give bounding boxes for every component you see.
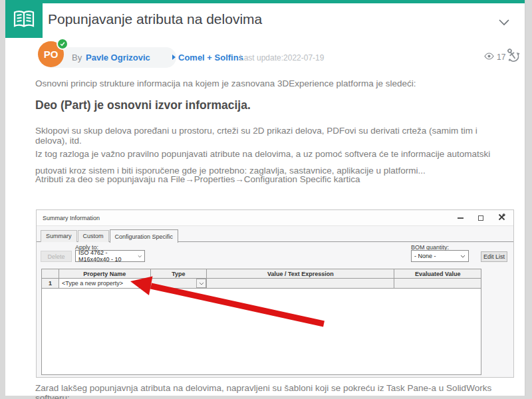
verified-check-icon [57,38,68,50]
avatar-initials: PO [44,49,59,60]
evaluated-value-cell [394,279,481,289]
minimize-icon [458,217,464,219]
column-header-evaluated: Evaluated Value [394,269,481,279]
delete-button: Delete [41,251,72,262]
bom-quantity-value: - None - [414,253,436,259]
knowledge-base-badge [5,3,43,38]
column-header-property-name: Property Name [59,269,151,279]
apply-to-dropdown: ISO 4762 - M16x40x40 - 10 [75,250,145,262]
open-book-icon [13,9,35,32]
edit-list-button: Edit List [481,251,507,262]
organization-link[interactable]: Comel + Solfins [178,53,243,63]
row-number-cell: 1 [42,279,59,289]
dropdown-chevron-icon [460,255,466,258]
last-update: Last update:2022-07-19 [239,53,324,63]
tab-custom: Custom [78,230,109,242]
dialog-tabs: Summary Custom Configuration Specific [41,229,179,242]
by-label: By [72,53,82,63]
close-icon [498,213,505,222]
value-expression-cell [207,279,394,289]
org-marker-icon [172,55,176,60]
column-header-rownum [42,269,59,279]
tab-configuration-specific: Configuration Specific [110,229,179,243]
dropdown-chevron-icon [138,255,142,258]
accent-top-bar [5,0,525,3]
section-heading: Deo (Part) je osnovni izvor informacija. [35,98,504,112]
view-counter: 17 [484,53,505,62]
paragraph: Atributi za deo se popunjavaju na File→P… [35,174,504,184]
eye-icon [484,53,494,62]
embedded-screenshot-summary-information-dialog: Summary Information Summary Custom Confi… [36,209,514,378]
column-header-value: Value / Text Expression [207,269,394,279]
property-name-cell: <Type a new property> [59,279,151,289]
table-row: 1 <Type a new property> [42,279,481,289]
article-card: Popunjavanje atributa na delovima PO By … [5,0,525,396]
bom-quantity-dropdown: - None - [411,250,469,262]
paragraph: Osnovni princip strukture informacija na… [35,78,504,88]
dialog-titlebar: Summary Information [37,210,513,226]
table-header-row: Property Name Type Value / Text Expressi… [42,269,481,279]
properties-table: Property Name Type Value / Text Expressi… [41,269,481,375]
author-link[interactable]: Pavle Ogrizovic [86,53,150,63]
chevron-down-icon[interactable] [498,17,510,25]
page-title: Popunjavanje atributa na delovima [48,11,262,27]
type-cell [151,279,207,289]
anchor-link-icon[interactable] [505,47,521,64]
tab-summary: Summary [41,230,77,242]
maximize-icon [478,215,483,221]
column-header-type: Type [151,269,207,279]
type-dropdown-chevron-icon [196,279,206,288]
apply-to-value: ISO 4762 - M16x40x40 - 10 [78,249,138,263]
paragraph: Sklopovi su skup delova poređani u prost… [35,126,504,146]
paragraph: Zarad lakšeg popunjavnja atributa na del… [35,383,504,399]
dialog-title: Summary Information [43,215,100,221]
